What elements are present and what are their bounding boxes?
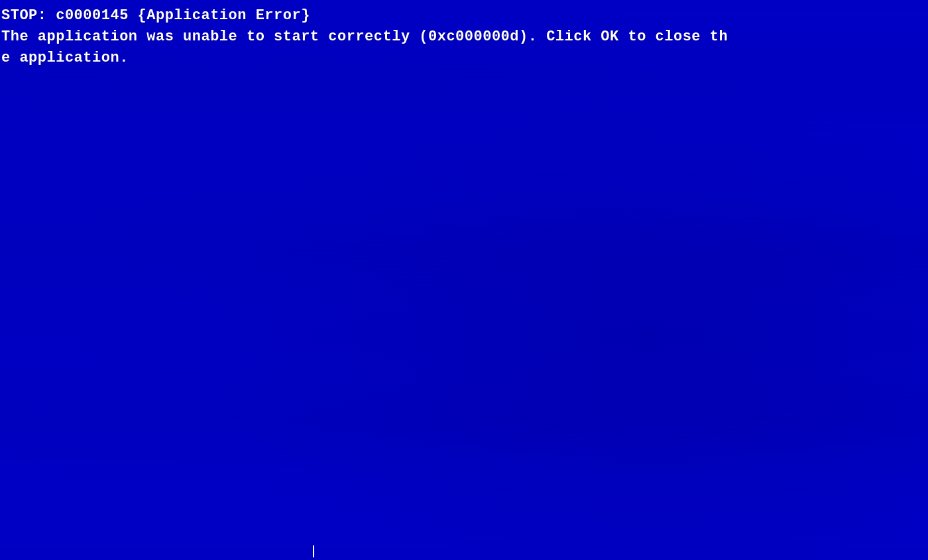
bsod-screen: STOP: c0000145 {Application Error} The a… — [0, 0, 928, 560]
cursor — [313, 545, 314, 557]
error-message: STOP: c0000145 {Application Error} The a… — [1, 5, 728, 69]
